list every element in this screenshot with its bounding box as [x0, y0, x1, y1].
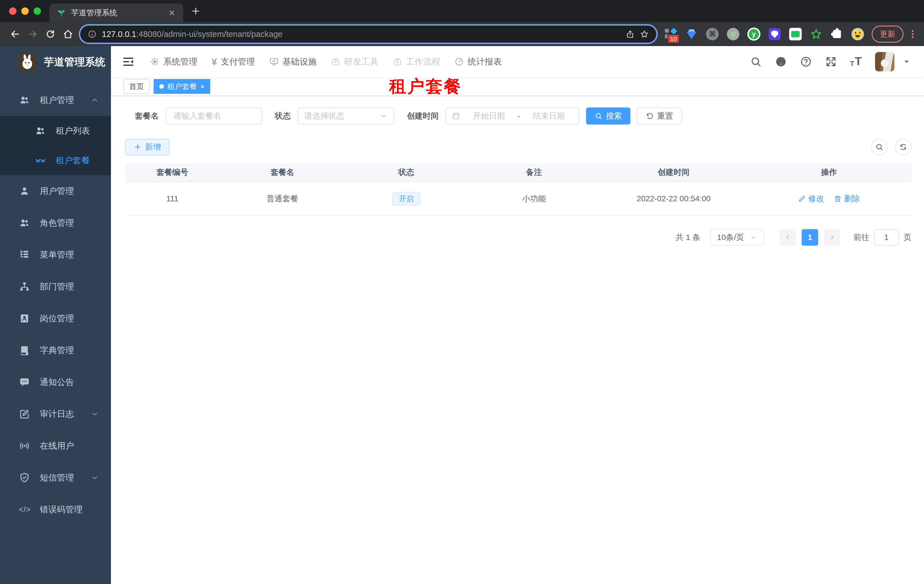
cell-created: 2022-02-22 00:54:00: [601, 182, 746, 216]
broadcast-icon: [19, 440, 30, 451]
reload-button[interactable]: [41, 25, 59, 43]
toolbox-icon: [393, 57, 402, 67]
refresh-table-button[interactable]: [895, 139, 911, 155]
sidebar-item-department-management[interactable]: 部门管理: [0, 271, 111, 303]
calendar-icon: [452, 112, 460, 120]
sidebar-item-audit-log[interactable]: 审计日志: [0, 398, 111, 430]
extension-icon-tampermonkey[interactable]: 10: [664, 28, 677, 41]
current-page[interactable]: 1: [802, 229, 818, 246]
help-icon[interactable]: [800, 56, 812, 67]
back-button[interactable]: [6, 25, 24, 43]
sidebar-item-error-code[interactable]: </> 错误码管理: [0, 494, 111, 525]
top-menu-payment[interactable]: ¥ 支付管理: [205, 46, 262, 77]
sidebar-submenu-tenant: 租户列表 租户套餐: [0, 116, 111, 175]
main-area: 系统管理 ¥ 支付管理 基础设施 研发工具: [111, 46, 924, 584]
date-range-picker[interactable]: 开始日期 - 结束日期: [446, 107, 579, 125]
tag-close-icon[interactable]: ×: [200, 83, 205, 90]
toggle-search-button[interactable]: [871, 139, 888, 155]
top-menu-workflow[interactable]: 工作流程: [386, 46, 447, 77]
plus-icon: [134, 143, 142, 151]
edit-link[interactable]: 修改: [798, 193, 824, 204]
table-row: 111 普通套餐 开启 小功能 2022-02-22 00:54:00 修改: [125, 182, 911, 216]
sidebar-item-post-management[interactable]: 岗位管理: [0, 303, 111, 334]
chevron-down-icon: [91, 410, 99, 418]
browser-menu-icon[interactable]: [908, 29, 918, 39]
tag-home[interactable]: 首页: [124, 79, 150, 94]
sidebar-logo[interactable]: 芋道管理系统: [0, 46, 111, 78]
chrome-update-button[interactable]: 更新: [872, 26, 904, 43]
sidebar-item-tenant-list[interactable]: 租户列表: [0, 116, 111, 146]
browser-window: 芋道管理系统 127.0.0.1:48080/admin-ui/system/t…: [0, 0, 924, 584]
zoom-window-button[interactable]: [33, 7, 41, 15]
browser-tab[interactable]: 芋道管理系统: [50, 3, 183, 22]
cell-package-name: 普通套餐: [219, 182, 345, 216]
sidebar-item-tenant-management[interactable]: 租户管理: [0, 84, 111, 116]
forward-button[interactable]: [24, 25, 41, 43]
toolbox-icon: [331, 57, 340, 67]
avatar-caret-down-icon[interactable]: [903, 58, 910, 66]
package-table: 套餐编号 套餐名 状态 备注 创建时间 操作 111 普通套餐 开启 小功能: [125, 163, 911, 216]
tab-close-icon[interactable]: [168, 9, 176, 17]
prev-page-button[interactable]: [779, 229, 796, 246]
new-tab-button[interactable]: [191, 6, 201, 16]
sidebar: 芋道管理系统 租户管理 租户列表 租户套餐: [0, 46, 111, 584]
tag-tenant-package[interactable]: 租户套餐 ×: [153, 79, 210, 94]
monitor-icon: [269, 57, 279, 67]
tags-view-bar: 首页 租户套餐 ×: [111, 77, 924, 96]
home-button[interactable]: [59, 25, 77, 43]
status-select[interactable]: 请选择状态: [297, 107, 394, 125]
add-button[interactable]: 新增: [125, 139, 170, 155]
extension-icon-gem[interactable]: [685, 28, 698, 41]
page-size-select[interactable]: 10条/页: [710, 229, 764, 246]
goto-page-input[interactable]: [874, 229, 899, 246]
bookmark-star-icon[interactable]: [640, 30, 649, 39]
sidebar-item-sms-management[interactable]: 短信管理: [0, 462, 111, 494]
sidebar-item-tenant-package[interactable]: 租户套餐: [0, 146, 111, 175]
minimize-window-button[interactable]: [21, 7, 29, 15]
top-menu-infrastructure[interactable]: 基础设施: [262, 46, 324, 77]
sidebar-item-menu-management[interactable]: 菜单管理: [0, 239, 111, 271]
sidebar-item-dict-management[interactable]: 字典管理: [0, 334, 111, 366]
sidebar-item-notice[interactable]: 通知公告: [0, 366, 111, 398]
user-avatar[interactable]: [875, 52, 894, 71]
package-name-input[interactable]: [165, 107, 262, 125]
sidebar-item-user-management[interactable]: 用户管理: [0, 175, 111, 207]
total-count: 共 1 条: [676, 232, 700, 243]
sidebar-collapse-icon[interactable]: [122, 56, 134, 67]
top-menu-system[interactable]: 系统管理: [143, 46, 205, 77]
tab-title: 芋道管理系统: [71, 8, 117, 18]
next-page-button[interactable]: [824, 229, 840, 246]
chevron-down-icon: [380, 112, 388, 120]
fullscreen-icon[interactable]: [825, 56, 837, 67]
extension-icon-shield[interactable]: [768, 28, 781, 41]
chevron-left-icon: [784, 234, 792, 241]
package-name-label: 套餐名: [135, 110, 159, 122]
search-button[interactable]: 搜索: [586, 107, 630, 125]
site-info-icon[interactable]: [87, 30, 97, 39]
font-size-icon[interactable]: TT: [850, 56, 862, 67]
github-icon[interactable]: [775, 56, 787, 67]
top-menu-dev-tools[interactable]: 研发工具: [324, 46, 386, 77]
col-header-actions: 操作: [746, 163, 911, 181]
extension-icon-y[interactable]: y: [747, 28, 761, 41]
top-menu-statistics[interactable]: 统计报表: [447, 46, 509, 77]
header-search-icon[interactable]: [750, 56, 762, 67]
delete-link[interactable]: 删除: [834, 193, 860, 204]
extension-icon-record[interactable]: [726, 28, 740, 41]
close-window-button[interactable]: [9, 7, 16, 15]
extension-icon-puzzle[interactable]: [830, 28, 843, 41]
extension-icon-star[interactable]: [810, 28, 823, 41]
cell-package-id: 111: [125, 182, 219, 216]
share-icon[interactable]: [625, 30, 635, 39]
extension-icon-command[interactable]: ⌘: [706, 28, 719, 41]
users-icon: [19, 94, 30, 106]
col-header-remark: 备注: [467, 163, 601, 181]
sidebar-nav: 租户管理 租户列表 租户套餐 用户管理: [0, 78, 111, 525]
extension-icon-emoji[interactable]: [851, 28, 864, 41]
goto-page: 前往 页: [853, 229, 911, 246]
sidebar-item-online-users[interactable]: 在线用户: [0, 430, 111, 462]
url-bar[interactable]: 127.0.0.1:48080/admin-ui/system/tenant/p…: [80, 26, 656, 43]
sidebar-item-role-management[interactable]: 角色管理: [0, 207, 111, 239]
reset-button[interactable]: 重置: [637, 107, 682, 125]
extension-icon-chat[interactable]: [789, 28, 802, 41]
